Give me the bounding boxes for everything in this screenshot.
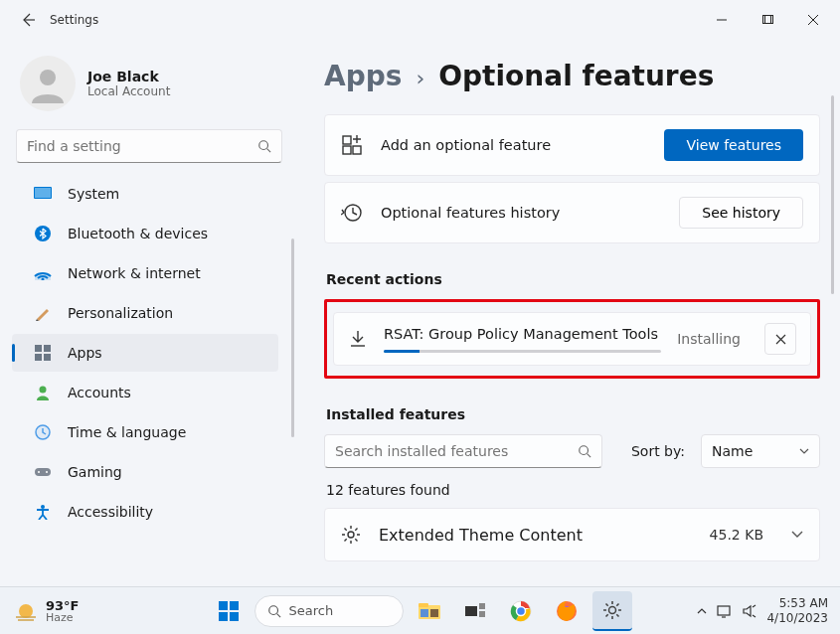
svg-point-14 xyxy=(36,425,50,439)
sidebar-scrollbar[interactable] xyxy=(291,238,294,437)
recent-action-card: RSAT: Group Policy Management Tools Inst… xyxy=(333,312,811,366)
chrome-icon xyxy=(510,600,532,622)
minimize-button[interactable] xyxy=(699,4,745,36)
sidebar-item-time[interactable]: Time & language xyxy=(12,413,278,451)
time-icon xyxy=(34,423,52,441)
sidebar-item-system[interactable]: System xyxy=(12,175,278,213)
svg-rect-36 xyxy=(479,603,485,609)
taskbar-settings[interactable] xyxy=(592,591,632,631)
find-setting-input[interactable] xyxy=(27,138,257,154)
profile[interactable]: Joe Black Local Account xyxy=(0,48,298,129)
weather-icon xyxy=(14,599,38,623)
bluetooth-icon xyxy=(34,225,52,242)
sidebar-item-personalization[interactable]: Personalization xyxy=(12,294,278,332)
svg-point-30 xyxy=(268,605,277,614)
history-icon xyxy=(341,202,363,224)
taskview-icon xyxy=(465,603,485,619)
view-features-button[interactable]: View features xyxy=(664,129,803,161)
taskbar-weather[interactable]: 93°F Haze xyxy=(0,599,79,623)
sidebar-item-network[interactable]: Network & internet xyxy=(12,254,278,292)
start-button[interactable] xyxy=(209,591,249,631)
feature-size: 45.2 KB xyxy=(710,527,763,543)
highlighted-area: RSAT: Group Policy Management Tools Inst… xyxy=(324,299,820,379)
svg-rect-19 xyxy=(343,136,351,144)
svg-rect-21 xyxy=(343,146,351,154)
cancel-install-button[interactable] xyxy=(764,323,796,355)
taskbar: 93°F Haze Search 5:53 AM xyxy=(0,586,840,634)
taskbar-search-label: Search xyxy=(289,603,334,618)
apps-icon xyxy=(34,344,52,362)
svg-point-25 xyxy=(19,604,33,618)
taskbar-taskview[interactable] xyxy=(455,591,495,631)
svg-rect-1 xyxy=(765,16,773,24)
svg-point-17 xyxy=(46,471,48,473)
svg-rect-28 xyxy=(219,612,228,621)
sort-by-select[interactable]: Name xyxy=(701,434,820,468)
breadcrumb: Apps › Optional features xyxy=(324,44,820,114)
sort-value: Name xyxy=(712,443,753,459)
sidebar-item-label: Apps xyxy=(68,345,102,361)
taskbar-search[interactable]: Search xyxy=(254,595,404,627)
breadcrumb-parent[interactable]: Apps xyxy=(324,60,402,92)
download-icon xyxy=(348,329,368,349)
sidebar-item-privacy[interactable]: Privacy & security xyxy=(12,533,278,541)
accessibility-icon xyxy=(34,503,52,521)
chevron-down-icon xyxy=(791,531,803,539)
firefox-icon xyxy=(556,600,578,622)
history-card: Optional features history See history xyxy=(324,182,820,243)
sidebar-item-accounts[interactable]: Accounts xyxy=(12,374,278,411)
system-icon xyxy=(34,185,52,203)
taskbar-chrome[interactable] xyxy=(501,591,541,631)
windows-icon xyxy=(218,600,240,622)
svg-rect-5 xyxy=(35,188,51,198)
sidebar-item-bluetooth[interactable]: Bluetooth & devices xyxy=(12,215,278,252)
avatar xyxy=(20,56,76,111)
search-icon xyxy=(267,604,281,618)
svg-point-12 xyxy=(40,387,47,394)
see-history-button[interactable]: See history xyxy=(679,197,803,229)
add-feature-title: Add an optional feature xyxy=(381,137,551,153)
sidebar-item-label: Accessibility xyxy=(68,504,153,520)
taskbar-explorer[interactable] xyxy=(410,591,449,631)
person-icon xyxy=(28,64,68,103)
svg-point-23 xyxy=(580,446,588,455)
accounts-icon xyxy=(34,384,52,401)
network-tray-icon[interactable] xyxy=(717,604,733,618)
back-button[interactable] xyxy=(20,12,36,28)
svg-rect-15 xyxy=(35,468,51,476)
personalization-icon xyxy=(34,304,52,322)
chevron-up-icon[interactable] xyxy=(697,607,707,615)
taskbar-clock[interactable]: 5:53 AM 4/10/2023 xyxy=(766,596,828,625)
sidebar-item-apps[interactable]: Apps xyxy=(12,334,278,372)
search-installed-features[interactable] xyxy=(324,434,602,468)
sort-by-label: Sort by: xyxy=(631,443,685,459)
maximize-button[interactable] xyxy=(745,4,790,36)
svg-rect-45 xyxy=(718,606,730,615)
sidebar-item-label: Gaming xyxy=(68,464,122,480)
sidebar-item-label: System xyxy=(68,186,119,202)
svg-rect-27 xyxy=(230,601,239,610)
explorer-icon xyxy=(418,601,441,621)
feature-item[interactable]: Extended Theme Content 45.2 KB xyxy=(324,508,820,561)
sidebar-item-accessibility[interactable]: Accessibility xyxy=(12,493,278,531)
window-title: Settings xyxy=(50,13,98,27)
svg-rect-11 xyxy=(44,354,51,361)
close-button[interactable] xyxy=(790,4,836,36)
profile-name: Joe Black xyxy=(87,69,170,84)
progress-bar xyxy=(384,350,661,353)
svg-point-16 xyxy=(38,471,40,473)
feature-icon xyxy=(341,525,361,545)
volume-tray-icon[interactable] xyxy=(743,604,756,618)
find-setting-search[interactable] xyxy=(16,129,282,163)
installed-features-heading: Installed features xyxy=(326,406,820,422)
recent-action-name: RSAT: Group Policy Management Tools xyxy=(384,326,661,342)
network-icon xyxy=(34,264,52,282)
svg-rect-29 xyxy=(230,612,239,621)
search-installed-input[interactable] xyxy=(335,443,578,459)
taskbar-temp: 93°F xyxy=(46,599,79,612)
main-scrollbar[interactable] xyxy=(831,95,834,294)
sidebar-item-gaming[interactable]: Gaming xyxy=(12,453,278,491)
taskbar-firefox[interactable] xyxy=(547,591,587,631)
main-content: Apps › Optional features Add an optional… xyxy=(298,40,840,586)
svg-rect-26 xyxy=(219,601,228,610)
